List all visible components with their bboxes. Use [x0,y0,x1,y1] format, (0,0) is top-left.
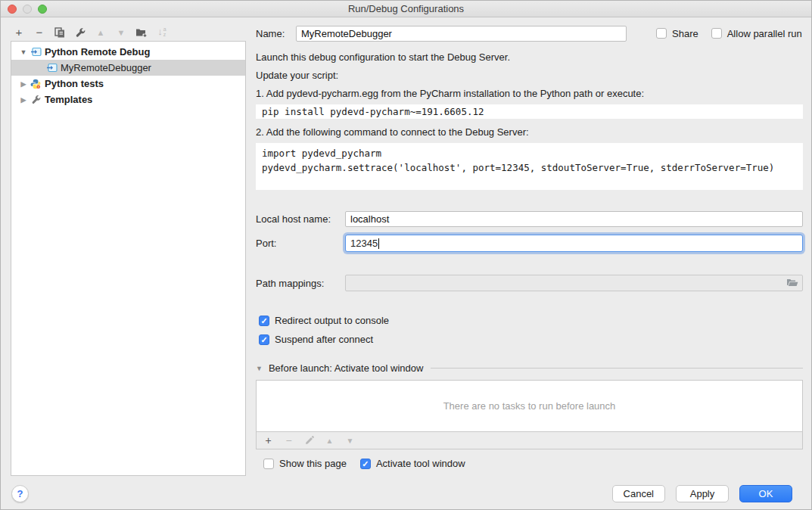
remote-debug-icon [45,63,58,73]
tasks-empty-message: There are no tasks to run before launch [443,400,616,412]
remove-task-icon: − [283,434,294,446]
path-mappings-label: Path mappings: [256,278,345,289]
remote-debug-icon [30,47,42,58]
add-task-icon[interactable]: + [263,434,274,446]
show-this-page-label: Show this page [279,458,347,469]
share-label: Share [672,28,698,39]
activate-tool-window-checkbox[interactable]: ✓ Activate tool window [360,458,465,469]
local-host-name-input[interactable] [345,211,803,227]
name-label: Name: [256,28,296,39]
move-task-up-icon: ▲ [324,437,335,445]
tree-item-python-remote-debug[interactable]: ▼ Python Remote Debug [11,44,245,60]
sort-configurations-icon: ↓ az [156,26,168,39]
cancel-button[interactable]: Cancel [612,485,665,502]
help-icon: ? [17,488,23,499]
remove-configuration-icon[interactable]: − [33,26,45,39]
tree-item-python-tests[interactable]: ▶ Python tests [11,76,245,92]
instructions-step1: 1. Add pydevd-pycharm.egg from the PyCha… [256,87,803,101]
share-checkbox-box[interactable] [656,28,667,39]
settrace-code-line1: import pydevd_pycharm [262,146,797,160]
activate-tool-window-label: Activate tool window [376,458,465,469]
path-mappings-input[interactable] [345,275,803,291]
allow-parallel-run-label: Allow parallel run [727,28,802,39]
activate-tool-window-checkbox-box[interactable]: ✓ [360,459,371,469]
copy-configuration-icon[interactable] [54,26,66,39]
suspend-after-connect-checkbox-box[interactable]: ✓ [259,334,269,345]
apply-button[interactable]: Apply [676,485,729,502]
tree-item-myremotedebugger[interactable]: MyRemoteDebugger [11,60,245,76]
settrace-code-block: import pydevd_pycharm pydevd_pycharm.set… [256,143,803,190]
share-checkbox[interactable]: Share [656,28,698,39]
tree-item-label: MyRemoteDebugger [61,62,151,73]
instructions-line2: Update your script: [256,69,803,82]
configurations-tree: ▼ Python Remote Debug MyRemoteDebugger ▶… [11,41,246,476]
wrench-icon [30,95,42,105]
dialog-buttons: Cancel Apply OK [612,485,792,502]
allow-parallel-run-checkbox-box[interactable] [711,28,722,39]
instructions-line1: Launch this debug configuration to start… [256,51,803,64]
edit-task-icon [303,436,315,445]
edit-templates-icon[interactable] [74,26,86,39]
move-down-icon: ▼ [115,26,127,39]
settrace-code-line2: pydevd_pycharm.settrace('localhost', por… [262,160,797,175]
instructions-step2: 2. Add the following command to connect … [256,126,803,139]
minimize-window-icon [23,5,32,14]
section-divider [431,368,803,369]
python-icon [30,79,42,89]
chevron-right-icon[interactable]: ▶ [17,96,30,104]
tree-item-label: Python Remote Debug [45,46,150,58]
add-configuration-icon[interactable]: + [13,26,25,39]
move-up-icon: ▲ [95,26,107,39]
help-button[interactable]: ? [11,485,29,502]
pip-install-command: pip install pydevd-pycharm~=191.6605.12 [256,104,803,119]
title-bar: Run/Debug Configurations [1,1,811,17]
port-label: Port: [256,238,345,249]
zoom-window-icon[interactable] [38,5,47,14]
port-input[interactable]: 12345 [345,235,803,252]
name-input[interactable] [296,26,627,42]
configurations-toolbar: + − ▲ ▼ ↓ az [13,26,168,39]
tree-item-label: Templates [45,94,92,105]
tree-item-label: Python tests [45,78,104,89]
suspend-after-connect-label: Suspend after connect [275,334,373,345]
before-launch-tasks-list[interactable]: There are no tasks to run before launch [256,380,803,431]
new-folder-icon[interactable] [135,26,148,39]
chevron-right-icon[interactable]: ▶ [17,80,30,88]
show-this-page-checkbox[interactable]: Show this page [263,458,347,469]
section-collapse-icon[interactable]: ▼ [256,365,263,372]
show-this-page-checkbox-box[interactable] [263,459,274,469]
allow-parallel-run-checkbox[interactable]: Allow parallel run [711,28,802,39]
tree-item-templates[interactable]: ▶ Templates [11,92,245,107]
before-launch-title: Before launch: Activate tool window [269,362,424,374]
close-window-icon[interactable] [8,5,17,14]
redirect-output-checkbox[interactable]: ✓ Redirect output to console [256,315,803,326]
window-controls [8,5,47,14]
tasks-toolbar: + − ▲ ▼ [256,431,803,449]
before-launch-section-header[interactable]: ▼ Before launch: Activate tool window [256,362,803,374]
run-debug-configurations-dialog: Run/Debug Configurations + − ▲ ▼ ↓ az ▼ … [0,0,812,510]
window-title: Run/Debug Configurations [348,3,464,14]
move-task-down-icon: ▼ [344,437,356,445]
local-host-name-label: Local host name: [256,213,345,225]
chevron-down-icon[interactable]: ▼ [17,48,30,56]
browse-folder-icon[interactable] [786,278,798,289]
redirect-output-checkbox-box[interactable]: ✓ [259,316,269,326]
port-value: 12345 [350,238,378,249]
suspend-after-connect-checkbox[interactable]: ✓ Suspend after connect [256,334,803,345]
ok-button[interactable]: OK [739,485,792,502]
redirect-output-label: Redirect output to console [275,315,389,326]
text-caret [378,238,379,249]
configuration-form: Name: Share Allow parallel run Launch th… [256,25,803,469]
